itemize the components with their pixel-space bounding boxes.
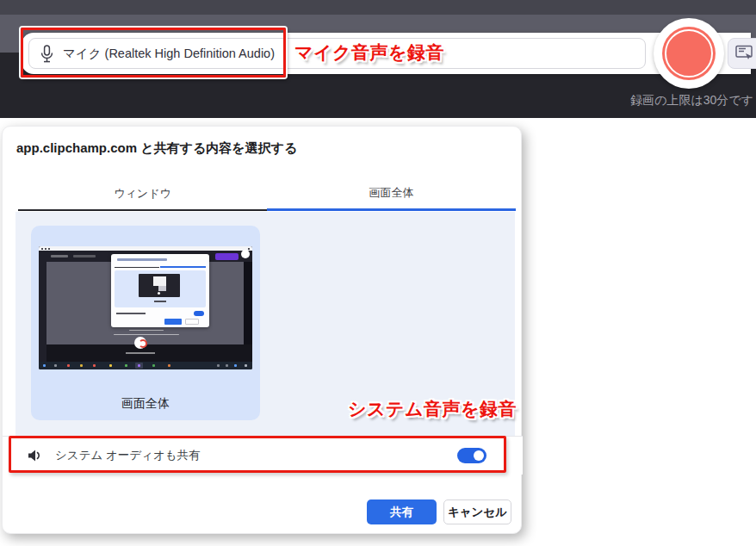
thumb-taskbar (39, 362, 252, 369)
mic-annotation-text: マイク音声を録音 (294, 40, 444, 65)
dialog-title-origin: app.clipchamp.com (16, 140, 137, 155)
thumb-nested-dialog (111, 254, 209, 327)
screen-share-source-button[interactable] (728, 38, 756, 69)
system-audio-row: システム オーディオも共有 (3, 436, 523, 475)
record-button[interactable] (654, 18, 724, 89)
video-preview-strip (0, 0, 756, 15)
system-audio-toggle[interactable] (457, 448, 486, 463)
tab-entire-screen[interactable]: 画面全体 (267, 182, 516, 211)
system-audio-annotation-text: システム音声を録音 (348, 397, 517, 421)
screen-recorder-page: マイク (Realtek High Definition Audio) 録画の上… (0, 0, 756, 546)
share-picker-dialog: app.clipchamp.com と共有する内容を選択する ウィンドウ 画面全… (2, 126, 522, 534)
thumb-export-button (215, 253, 239, 260)
thumb-record-caption (126, 352, 155, 354)
cancel-button[interactable]: キャンセル (443, 499, 511, 524)
speaker-icon (28, 449, 43, 462)
source-tabs: ウィンドウ 画面全体 (18, 182, 516, 211)
thumb-sidebar (39, 262, 46, 362)
screen-thumbnail (39, 246, 252, 369)
toggle-knob (474, 450, 484, 461)
tab-window[interactable]: ウィンドウ (18, 182, 267, 211)
microphone-icon (40, 45, 53, 63)
record-button-dot (662, 27, 716, 80)
screen-share-icon (735, 45, 754, 62)
record-limit-note: 録画の上限は30分です (630, 93, 753, 109)
entire-screen-source-card[interactable]: 画面全体 (31, 226, 260, 420)
microphone-device-label: マイク (Realtek High Definition Audio) (63, 46, 275, 62)
dialog-title-suffix: と共有する内容を選択する (137, 140, 297, 155)
thumb-record-circle (241, 250, 250, 258)
thumb-record-button (134, 337, 146, 349)
source-card-label: 画面全体 (31, 396, 260, 412)
system-audio-label: システム オーディオも共有 (55, 448, 201, 463)
share-button[interactable]: 共有 (367, 499, 437, 524)
dialog-title: app.clipchamp.com と共有する内容を選択する (16, 140, 297, 157)
